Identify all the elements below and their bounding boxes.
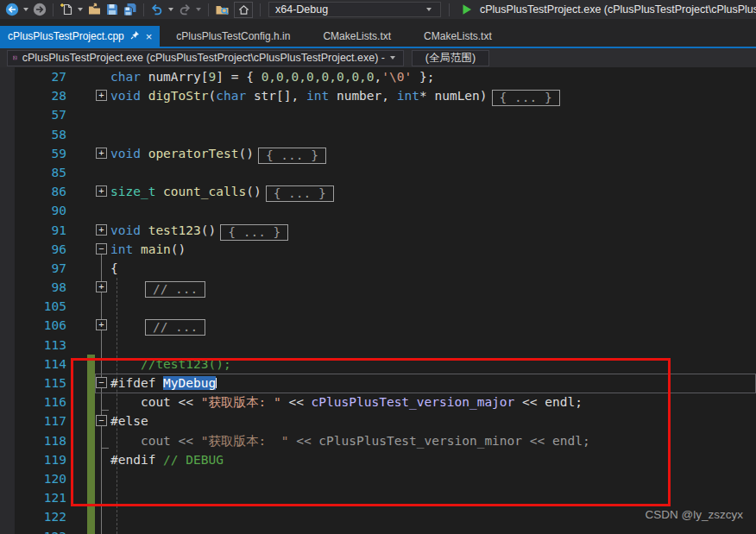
line-number: 119	[0, 450, 66, 469]
tab-label: CMakeLists.txt	[323, 30, 391, 42]
code-line-120: 120	[0, 469, 756, 488]
code-text: #ifdef MyDebug	[110, 374, 216, 393]
pin-icon[interactable]	[130, 30, 140, 42]
code-line-97: 97{	[0, 259, 756, 278]
code-text: cout << "获取版本: " << cPlusPlusTest_versio…	[110, 431, 590, 450]
code-line-105: 105	[0, 297, 756, 316]
collapsed-region[interactable]: { ... }	[492, 90, 560, 106]
configuration-selector[interactable]: x64-Debug	[268, 2, 441, 17]
line-number: 85	[0, 163, 66, 182]
new-file-dropdown-caret[interactable]	[78, 8, 83, 11]
code-line-121: 121	[0, 488, 756, 507]
code-editor[interactable]: 27char numArry[9] = { 0,0,0,0,0,0,0,0,'\…	[0, 67, 756, 534]
save-icon[interactable]	[104, 1, 121, 18]
folder-search-icon[interactable]	[213, 1, 231, 18]
document-tabstrip: cPlusPlusTestProject.cpp×cPlusPlusTestCo…	[0, 19, 756, 48]
active-document-border	[0, 47, 756, 48]
toolbar-separator	[449, 3, 450, 16]
watermark: CSDN @ly_zszcyx	[646, 508, 743, 521]
main-toolbar: x64-Debug cPlusPlusTestProject.exe (cPlu…	[0, 0, 756, 19]
tab-cmakelists-txt[interactable]: CMakeLists.txt	[306, 26, 407, 47]
fold-expand-icon[interactable]: +	[96, 319, 107, 330]
code-line-28: 28+void digToStr(char str[], int number,…	[0, 86, 756, 105]
configuration-label: x64-Debug	[275, 3, 328, 16]
line-number: 120	[0, 469, 66, 488]
fold-expand-icon[interactable]: +	[96, 224, 107, 236]
close-icon[interactable]: ×	[146, 31, 153, 42]
run-button[interactable]: cPlusPlusTestProject.exe (cPlusPlusTestP…	[461, 3, 756, 16]
code-text: void operatorTest(){ ... }	[110, 144, 326, 164]
toolbar-separator	[143, 3, 144, 16]
play-icon	[461, 3, 473, 16]
line-number: 86	[0, 182, 66, 201]
code-line-123: 123	[0, 527, 756, 534]
collapsed-region[interactable]: { ... }	[266, 185, 334, 202]
navigation-bar: cPlusPlusTestProject.exe (cPlusPlusTestP…	[0, 48, 756, 67]
fold-expand-icon[interactable]: +	[96, 185, 107, 197]
line-number: 118	[0, 431, 66, 450]
line-number: 105	[0, 297, 66, 316]
line-number: 27	[0, 67, 66, 86]
code-text: cout << "获取版本: " << cPlusPlusTest_versio…	[110, 393, 583, 411]
line-number: 90	[0, 201, 66, 220]
collapsed-region[interactable]: { ... }	[258, 148, 326, 164]
collapsed-region[interactable]: // ...	[145, 281, 205, 298]
code-text: // ...	[110, 316, 205, 336]
tab-label: cPlusPlusTestConfig.h.in	[176, 30, 290, 42]
code-line-114: 114 //test123();	[0, 355, 756, 374]
code-line-57: 57	[0, 105, 756, 124]
run-target-label: cPlusPlusTestProject.exe (cPlusPlusTestP…	[480, 3, 756, 16]
navigate-forward-icon[interactable]	[31, 1, 48, 18]
toolbar-separator	[208, 3, 209, 16]
code-text: int main()	[110, 240, 186, 259]
navigate-back-icon[interactable]	[3, 1, 21, 18]
code-lines: 27char numArry[9] = { 0,0,0,0,0,0,0,0,'\…	[0, 67, 756, 534]
code-line-85: 85	[0, 163, 756, 182]
code-line-116: 116 cout << "获取版本: " << cPlusPlusTest_ve…	[0, 393, 756, 411]
code-line-91: 91+void test123(){ ... }	[0, 221, 756, 240]
scope-selector[interactable]: (全局范围)	[412, 50, 489, 66]
tab-cplusplustestproject-cpp[interactable]: cPlusPlusTestProject.cpp×	[0, 26, 160, 47]
line-number: 59	[0, 144, 66, 163]
collapsed-region[interactable]: { ... }	[220, 224, 288, 241]
open-file-icon[interactable]	[85, 1, 104, 18]
toolbar-separator	[53, 3, 54, 16]
debug-target-caret	[390, 56, 395, 60]
fold-expand-icon[interactable]: +	[96, 90, 107, 101]
debug-target-selector[interactable]: cPlusPlusTestProject.exe (cPlusPlusTestP…	[7, 50, 404, 66]
code-text: size_t count_calls(){ ... }	[110, 182, 334, 202]
fold-collapse-icon[interactable]: −	[96, 415, 107, 426]
code-line-86: 86+size_t count_calls(){ ... }	[0, 182, 756, 201]
code-line-106: 106+ // ...	[0, 316, 756, 335]
code-line-58: 58	[0, 125, 756, 144]
line-number: 113	[0, 336, 66, 355]
save-all-icon[interactable]	[121, 1, 139, 18]
line-number: 116	[0, 393, 66, 411]
tab-cplusplustestconfig-h-in[interactable]: cPlusPlusTestConfig.h.in	[160, 26, 306, 47]
code-text: char numArry[9] = { 0,0,0,0,0,0,0,0,'\0'…	[110, 67, 434, 86]
code-line-98: 98+ // ...	[0, 278, 756, 297]
fold-collapse-icon[interactable]: −	[96, 243, 107, 254]
fold-expand-icon[interactable]: +	[96, 281, 107, 292]
line-number: 28	[0, 86, 66, 105]
redo-icon[interactable]	[176, 1, 193, 18]
code-line-113: 113	[0, 336, 756, 355]
fold-expand-icon[interactable]: +	[96, 148, 107, 159]
code-line-117: 117−#else	[0, 411, 756, 430]
new-file-icon[interactable]	[58, 1, 75, 18]
code-text: #else	[110, 411, 148, 430]
home-icon[interactable]	[234, 2, 253, 18]
line-number: 106	[0, 316, 66, 335]
fold-collapse-icon[interactable]: −	[96, 377, 107, 388]
tab-cmakelists-txt[interactable]: CMakeLists.txt	[407, 26, 508, 47]
code-text: void digToStr(char str[], int number, in…	[110, 86, 560, 106]
redo-dropdown-caret[interactable]	[196, 8, 201, 11]
line-number: 122	[0, 507, 66, 526]
undo-icon[interactable]	[148, 1, 166, 18]
undo-dropdown-caret[interactable]	[168, 8, 173, 11]
code-text: {	[110, 259, 118, 278]
back-dropdown-caret[interactable]	[23, 8, 28, 11]
code-text: // ...	[110, 278, 205, 298]
collapsed-region[interactable]: // ...	[145, 319, 205, 336]
line-number: 114	[0, 355, 66, 374]
